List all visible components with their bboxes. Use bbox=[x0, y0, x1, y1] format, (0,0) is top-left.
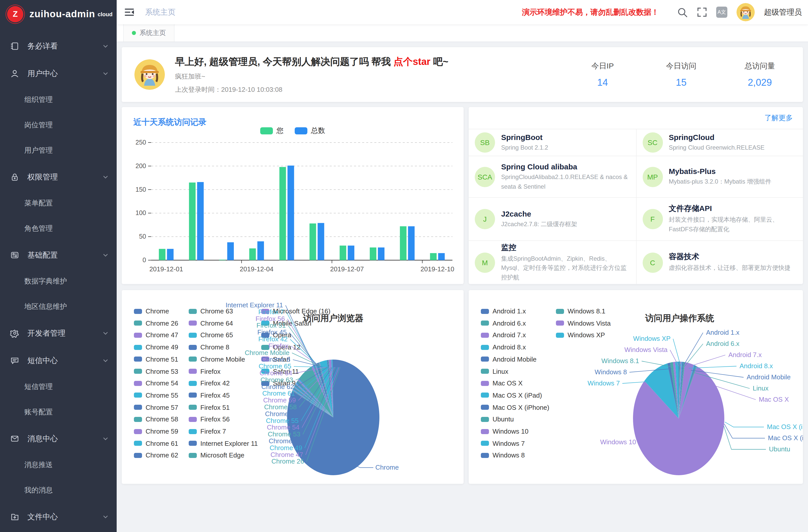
sidebar-subitem[interactable]: 地区信息维护 bbox=[0, 294, 117, 319]
sidebar-subitem[interactable]: 组织管理 bbox=[0, 87, 117, 113]
legend-item[interactable]: Windows XP bbox=[556, 331, 605, 339]
sidebar-item-5[interactable]: 短信中心 bbox=[0, 347, 117, 374]
sidebar-subitem[interactable]: 岗位管理 bbox=[0, 113, 117, 138]
legend-item[interactable]: Windows 8 bbox=[481, 452, 525, 459]
app-logo[interactable]: Z zuihou-admin cloud bbox=[0, 0, 117, 29]
legend-item[interactable]: Windows 10 bbox=[481, 427, 529, 435]
legend-item[interactable]: Android 7.x bbox=[481, 331, 526, 339]
legend-item[interactable]: Safari 11 bbox=[261, 367, 299, 375]
legend-item[interactable]: Firefox 51 bbox=[189, 403, 230, 411]
legend-item[interactable]: Chrome 55 bbox=[134, 391, 178, 399]
sidebar-subitem[interactable]: 菜单配置 bbox=[0, 191, 117, 216]
legend-swatch bbox=[556, 320, 564, 326]
legend-item[interactable]: Firefox 45 bbox=[189, 391, 230, 399]
legend-item[interactable]: Chrome 53 bbox=[134, 367, 178, 375]
tech-desc: SpringCloudAlibaba2.1.0.RELEASE & nacos … bbox=[501, 172, 629, 191]
legend-swatch bbox=[556, 309, 564, 314]
tech-title: J2cache bbox=[501, 209, 577, 218]
legend-item[interactable]: Mac OS X (iPhone) bbox=[481, 403, 549, 411]
sidebar-subitem[interactable]: 数据字典维护 bbox=[0, 269, 117, 294]
sidebar-item-7[interactable]: 文件中心 bbox=[0, 503, 117, 531]
legend-item[interactable]: Chrome 64 bbox=[189, 319, 233, 327]
legend-label: Chrome 65 bbox=[200, 331, 233, 339]
legend-swatch bbox=[481, 320, 489, 326]
legend-item[interactable]: Android 8.x bbox=[481, 343, 526, 351]
legend-item[interactable]: Chrome 8 bbox=[189, 343, 229, 351]
legend-label: Chrome 58 bbox=[146, 416, 178, 423]
legend-item[interactable]: Opera 12 bbox=[261, 343, 300, 351]
bar-chart-plot[interactable]: 0501001502002502019-12-012019-12-042019-… bbox=[122, 127, 464, 281]
sidebar-item-3[interactable]: 基础配置 bbox=[0, 241, 117, 269]
legend-item[interactable]: Chrome 57 bbox=[134, 403, 178, 411]
content-area: 早上好, 超级管理员, 今天帮别人解决问题了吗 帮我 点个star 吧~ 疯狂加… bbox=[117, 42, 808, 532]
legend-item[interactable]: Ubuntu bbox=[481, 416, 514, 423]
sidebar-subitem[interactable]: 账号配置 bbox=[0, 400, 117, 425]
sidebar-item-label: 短信中心 bbox=[27, 356, 103, 365]
legend-label: Chrome Mobile bbox=[200, 355, 245, 363]
legend-swatch bbox=[189, 453, 197, 458]
legend-item[interactable]: Microsoft Edge bbox=[189, 452, 244, 459]
legend-item[interactable]: Windows 8.1 bbox=[556, 307, 605, 315]
sidebar-item-1[interactable]: 用户中心 bbox=[0, 60, 117, 87]
legend-item[interactable]: Chrome 62 bbox=[134, 452, 178, 459]
breadcrumb[interactable]: 系统主页 bbox=[145, 7, 176, 17]
legend-item[interactable]: Chrome 61 bbox=[134, 439, 178, 447]
legend-item[interactable]: Android 1.x bbox=[481, 307, 526, 315]
legend-swatch bbox=[189, 405, 197, 410]
tab-home[interactable]: 系统主页 bbox=[123, 24, 175, 41]
user-avatar[interactable] bbox=[736, 3, 755, 21]
bar-chart-card: 近十天系统访问记录 您 总数 0501001502002502019-12-01… bbox=[122, 107, 464, 284]
legend-item[interactable]: Safari bbox=[261, 355, 290, 363]
legend-item[interactable]: Firefox 42 bbox=[189, 379, 230, 387]
translate-icon[interactable]: A文 bbox=[716, 6, 727, 18]
search-icon[interactable] bbox=[677, 7, 688, 18]
legend-label: Safari 11 bbox=[273, 367, 299, 375]
sidebar-subitem[interactable]: 我的消息 bbox=[0, 478, 117, 503]
legend-item[interactable]: Safari 9 bbox=[261, 379, 296, 387]
legend-item[interactable]: Android Mobile bbox=[481, 355, 536, 363]
legend-item[interactable]: Chrome 54 bbox=[134, 379, 178, 387]
legend-item[interactable]: Chrome 47 bbox=[134, 331, 178, 339]
legend-item[interactable]: Chrome 59 bbox=[134, 427, 178, 435]
svg-text:2019-12-07: 2019-12-07 bbox=[330, 265, 364, 273]
legend-item[interactable]: Chrome 65 bbox=[189, 331, 233, 339]
sidebar-item-0[interactable]: 务必详看 bbox=[0, 33, 117, 60]
learn-more-link[interactable]: 了解更多 bbox=[765, 113, 793, 123]
sidebar-subitem[interactable]: 消息推送 bbox=[0, 452, 117, 478]
legend-item[interactable]: Internet Explorer 11 bbox=[189, 439, 258, 447]
tech-title: 文件存储API bbox=[669, 204, 796, 214]
legend-item[interactable]: Linux bbox=[481, 367, 508, 375]
sidebar-item-6[interactable]: 消息中心 bbox=[0, 425, 117, 452]
fullscreen-icon[interactable] bbox=[697, 7, 707, 17]
legend-swatch bbox=[189, 441, 197, 446]
legend-item[interactable]: Opera bbox=[261, 331, 291, 339]
tab-label: 系统主页 bbox=[140, 29, 166, 38]
legend-item[interactable]: Chrome 51 bbox=[134, 355, 178, 363]
legend-item[interactable]: Chrome bbox=[134, 307, 169, 315]
sidebar-item-2[interactable]: 权限管理 bbox=[0, 163, 117, 191]
legend-item[interactable]: Chrome 58 bbox=[134, 416, 178, 423]
sidebar-subitem[interactable]: 用户管理 bbox=[0, 138, 117, 163]
menu-fold-icon[interactable] bbox=[124, 6, 135, 18]
legend-item[interactable]: Chrome 49 bbox=[134, 343, 178, 351]
sidebar-subitem[interactable]: 角色管理 bbox=[0, 216, 117, 241]
legend-item[interactable]: Windows Vista bbox=[556, 319, 611, 327]
legend-item[interactable]: Chrome Mobile bbox=[189, 355, 245, 363]
sidebar-item-4[interactable]: 开发者管理 bbox=[0, 319, 117, 347]
chevron-down-icon bbox=[103, 434, 109, 443]
legend-item[interactable]: Android 6.x bbox=[481, 319, 526, 327]
sidebar-subitem[interactable]: 短信管理 bbox=[0, 374, 117, 400]
legend-item[interactable]: Chrome 26 bbox=[134, 319, 178, 327]
legend-item[interactable]: Mac OS X bbox=[481, 379, 523, 387]
legend-item[interactable]: Windows 7 bbox=[481, 439, 525, 447]
legend-item[interactable]: Firefox 7 bbox=[189, 427, 226, 435]
chevron-down-icon bbox=[103, 512, 109, 521]
legend-label: Windows 10 bbox=[493, 427, 529, 435]
legend-item[interactable]: Mac OS X (iPad) bbox=[481, 391, 542, 399]
tech-desc: 封装文件接口，实现本地存储、阿里云、FastDFS存储的配置化 bbox=[669, 215, 796, 234]
star-link[interactable]: 点个star bbox=[393, 56, 430, 67]
legend-item[interactable]: Firefox 56 bbox=[189, 416, 230, 423]
legend-item[interactable]: Chrome 63 bbox=[189, 307, 233, 315]
legend-item[interactable]: Firefox bbox=[189, 367, 220, 375]
username-label[interactable]: 超级管理员 bbox=[764, 7, 802, 17]
